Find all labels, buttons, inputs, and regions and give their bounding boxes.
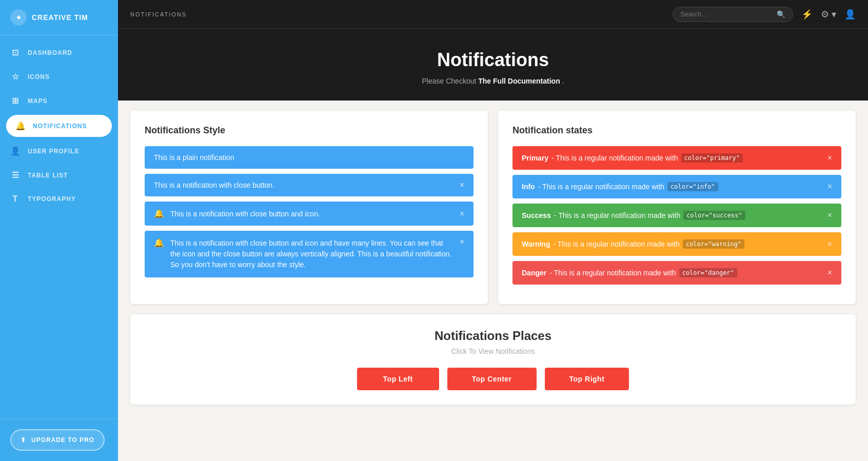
danger-notification-close[interactable]: × xyxy=(827,269,832,277)
warning-notification-close[interactable]: × xyxy=(827,240,832,248)
close-notification-button[interactable]: × xyxy=(460,181,464,189)
upgrade-icon: ⬆ xyxy=(21,436,26,444)
danger-notification: Danger - This is a regular notification … xyxy=(512,261,841,285)
search-box[interactable]: 🔍 xyxy=(673,7,793,22)
close-notification-text: This is a notification with close button… xyxy=(154,181,274,189)
close-notification: This is a notification with close button… xyxy=(145,174,474,196)
icon-notification-text: This is a notification with close button… xyxy=(170,210,453,218)
info-notification-content: Info - This is a regular notification ma… xyxy=(522,182,718,191)
sidebar-item-table-list[interactable]: ☰ TABLE LIST xyxy=(0,163,118,187)
multiline-notification: 🔔 This is a notification with close butt… xyxy=(145,231,474,277)
primary-code: color="primary" xyxy=(681,153,743,163)
search-icon: 🔍 xyxy=(777,10,785,18)
notification-states-title: Notification states xyxy=(512,125,841,136)
success-notification: Success - This is a regular notification… xyxy=(512,204,841,227)
warning-notification: Warning - This is a regular notification… xyxy=(512,232,841,256)
sidebar-item-label: DASHBOARD xyxy=(28,49,72,56)
success-code: color="success" xyxy=(683,211,745,220)
notification-states-card: Notification states Primary - This is a … xyxy=(498,111,856,304)
sidebar-item-user-profile[interactable]: 👤 USER PROFILE xyxy=(0,139,118,163)
settings-icon[interactable]: ⚙ ▾ xyxy=(821,9,836,20)
sidebar-item-maps[interactable]: ⊞ MAPS xyxy=(0,89,118,113)
hero-subtitle: Please Checkout The Full Documentation . xyxy=(128,77,858,85)
warning-label: Warning xyxy=(522,240,550,248)
top-right-button[interactable]: Top Right xyxy=(545,368,629,390)
danger-notification-content: Danger - This is a regular notification … xyxy=(522,268,737,277)
places-title: Notifications Places xyxy=(145,329,841,343)
icons-icon: ☆ xyxy=(10,72,21,82)
info-notification: Info - This is a regular notification ma… xyxy=(512,175,841,198)
hero-section: Notifications Please Checkout The Full D… xyxy=(118,29,868,101)
sidebar-item-icons[interactable]: ☆ ICONS xyxy=(0,65,118,89)
success-label: Success xyxy=(522,211,551,219)
main-content: NOTIFICATIONS 🔍 ⚡ ⚙ ▾ 👤 Notifications Pl… xyxy=(118,0,868,461)
places-subtitle: Click To View Notifications xyxy=(145,347,841,355)
dashboard-icon: ⊡ xyxy=(10,48,21,57)
danger-label: Danger xyxy=(522,269,546,277)
logo-icon: ✦ xyxy=(10,9,27,26)
typography-icon: T xyxy=(10,194,21,204)
sidebar-nav: ⊡ DASHBOARD ☆ ICONS ⊞ MAPS 🔔 NOTIFICATIO… xyxy=(0,35,118,418)
subtitle-link[interactable]: The Full Documentation xyxy=(478,77,560,85)
success-notification-content: Success - This is a regular notification… xyxy=(522,211,745,220)
info-label: Info xyxy=(522,183,535,191)
sidebar: ✦ CREATIVE TIM ⊡ DASHBOARD ☆ ICONS ⊞ MAP… xyxy=(0,0,118,461)
primary-label: Primary xyxy=(522,154,548,162)
notifications-style-title: Notifications Style xyxy=(145,125,474,136)
sidebar-item-label: TABLE LIST xyxy=(28,172,68,179)
logo-text: CREATIVE TIM xyxy=(32,13,88,22)
danger-text: - This is a regular notification made wi… xyxy=(549,269,676,277)
places-buttons-row: Top Left Top Center Top Right xyxy=(145,368,841,390)
warning-code: color="warning" xyxy=(683,239,744,249)
multiline-notification-close-button[interactable]: × xyxy=(460,238,464,246)
plain-notification: This is a plain notification xyxy=(145,146,474,169)
warning-notification-content: Warning - This is a regular notification… xyxy=(522,239,744,249)
subtitle-prefix: Please Checkout xyxy=(422,77,479,85)
maps-icon: ⊞ xyxy=(10,96,21,106)
notification-bell-icon: 🔔 xyxy=(154,209,164,218)
success-notification-close[interactable]: × xyxy=(827,211,832,219)
icon-notification-close-button[interactable]: × xyxy=(460,210,464,218)
multiline-notification-text: This is a notification with close button… xyxy=(170,238,453,270)
upgrade-button[interactable]: ⬆ UPGRADE TO PRO xyxy=(10,429,105,451)
topbar-page-title: NOTIFICATIONS xyxy=(130,11,187,17)
notifications-icon: 🔔 xyxy=(15,121,26,131)
sidebar-item-dashboard[interactable]: ⊡ DASHBOARD xyxy=(0,41,118,65)
sidebar-item-label: USER PROFILE xyxy=(28,148,80,155)
cards-row: Notifications Style This is a plain noti… xyxy=(130,111,856,304)
icon-notification: 🔔 This is a notification with close butt… xyxy=(145,202,474,226)
primary-notification: Primary - This is a regular notification… xyxy=(512,146,841,170)
user-profile-icon: 👤 xyxy=(10,146,21,156)
sidebar-item-label: NOTIFICATIONS xyxy=(33,123,87,130)
notifications-places-card: Notifications Places Click To View Notif… xyxy=(130,314,856,405)
info-code: color="info" xyxy=(667,182,718,191)
multiline-bell-icon: 🔔 xyxy=(154,238,164,248)
sidebar-item-notifications[interactable]: 🔔 NOTIFICATIONS xyxy=(6,115,112,137)
plain-notification-text: This is a plain notification xyxy=(154,153,234,162)
sidebar-footer: ⬆ UPGRADE TO PRO xyxy=(0,418,118,461)
danger-code: color="danger" xyxy=(679,268,737,277)
info-text: - This is a regular notification made wi… xyxy=(538,183,664,191)
notifications-style-card: Notifications Style This is a plain noti… xyxy=(130,111,488,304)
topbar-right: 🔍 ⚡ ⚙ ▾ 👤 xyxy=(673,7,856,22)
topbar: NOTIFICATIONS 🔍 ⚡ ⚙ ▾ 👤 xyxy=(118,0,868,29)
primary-notification-close[interactable]: × xyxy=(827,154,832,162)
success-text: - This is a regular notification made wi… xyxy=(554,211,680,219)
top-left-button[interactable]: Top Left xyxy=(357,368,439,390)
hero-title: Notifications xyxy=(128,49,858,71)
primary-text: - This is a regular notification made wi… xyxy=(551,154,678,162)
upgrade-label: UPGRADE TO PRO xyxy=(31,436,94,444)
sidebar-item-label: ICONS xyxy=(28,73,50,81)
warning-text: - This is a regular notification made wi… xyxy=(553,240,679,248)
table-list-icon: ☰ xyxy=(10,170,21,180)
user-icon[interactable]: 👤 xyxy=(844,9,856,20)
sidebar-logo[interactable]: ✦ CREATIVE TIM xyxy=(0,0,118,35)
sidebar-item-typography[interactable]: T TYPOGRAPHY xyxy=(0,187,118,211)
sidebar-item-label: TYPOGRAPHY xyxy=(28,195,76,203)
pulse-icon[interactable]: ⚡ xyxy=(801,9,813,20)
page-content: Notifications Style This is a plain noti… xyxy=(118,101,868,461)
top-center-button[interactable]: Top Center xyxy=(447,368,537,390)
info-notification-close[interactable]: × xyxy=(827,183,832,191)
sidebar-item-label: MAPS xyxy=(28,97,48,105)
search-input[interactable] xyxy=(680,10,773,18)
